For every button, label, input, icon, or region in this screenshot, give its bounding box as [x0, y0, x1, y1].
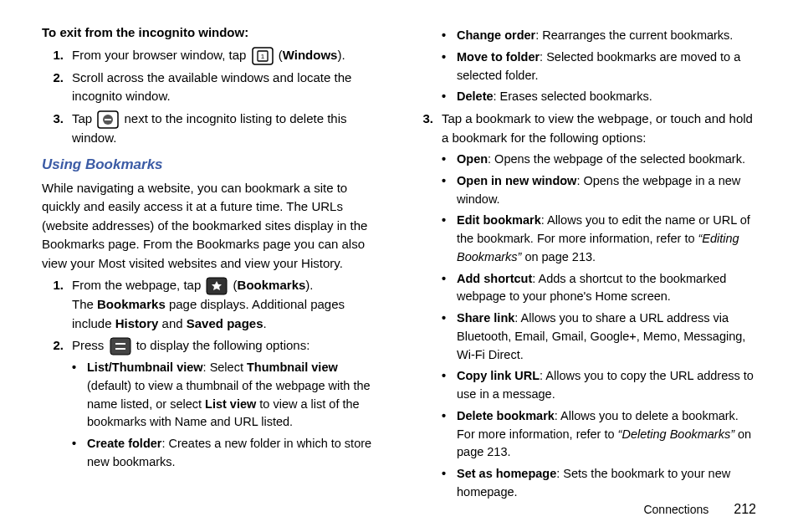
list-item: •Set as homepage: Sets the bookmark to y… [442, 465, 756, 502]
bookmarks-icon [206, 277, 228, 295]
bullet-marker: • [72, 359, 87, 432]
bookmarks-heading: Using Bookmarks [42, 154, 386, 176]
bullet-marker: • [442, 367, 457, 404]
footer-section: Connections [643, 503, 708, 516]
svg-rect-7 [110, 338, 130, 355]
left-column: To exit from the incognito window: 1. Fr… [42, 23, 386, 492]
step-content: From the webpage, tap (Bookmarks). The B… [72, 276, 386, 333]
page-columns: To exit from the incognito window: 1. Fr… [42, 23, 756, 492]
list-item: •Edit bookmark: Allows you to edit the n… [442, 212, 756, 266]
bookmarks-intro: While navigating a website, you can book… [42, 179, 386, 274]
list-item: •Copy link URL: Allows you to copy the U… [442, 367, 756, 404]
list-item: • Change order: Rearranges the current b… [442, 27, 756, 45]
right-column: • Change order: Rearranges the current b… [412, 23, 756, 492]
list-item: •Add shortcut: Adds a shortcut to the bo… [442, 270, 756, 307]
step-number: 3. [42, 110, 72, 148]
list-item: •Share link: Allows you to share a URL a… [442, 309, 756, 364]
step-number: 3. [412, 110, 442, 505]
exit-step-3: 3. Tap next to the incognito listing to … [42, 110, 386, 148]
list-item: •Delete bookmark: Allows you to delete a… [442, 407, 756, 462]
list-item: • Move to folder: Selected bookmarks are… [442, 49, 756, 85]
bookmarks-steps: 1. From the webpage, tap (Bookmarks). Th… [42, 276, 386, 475]
bullet-marker: • [72, 435, 87, 472]
step2-bullets-continued: • Change order: Rearranges the current b… [412, 27, 756, 106]
step-number: 2. [42, 336, 72, 475]
bullet-marker: • [442, 88, 457, 106]
list-item: • List/Thumbnail view: Select Thumbnail … [72, 359, 382, 432]
delete-icon [97, 110, 119, 129]
bookmarks-step-1: 1. From the webpage, tap (Bookmarks). Th… [42, 276, 386, 333]
list-item: • Create folder: Creates a new folder in… [72, 435, 382, 472]
bullet-marker: • [442, 465, 457, 502]
list-item: • Delete: Erases selected bookmarks. [442, 88, 756, 106]
step-3-container: 3. Tap a bookmark to view the webpage, o… [412, 110, 756, 505]
bookmarks-step-2: 2. Press to display the following option… [42, 336, 386, 475]
bullet-marker: • [442, 407, 457, 462]
bullet-marker: • [442, 309, 457, 364]
step-number: 1. [42, 276, 72, 333]
exit-heading: To exit from the incognito window: [42, 23, 386, 43]
list-item: •Open in new window: Opens the webpage i… [442, 172, 756, 209]
exit-steps: 1. From your browser window, tap 1 (Wind… [42, 46, 386, 148]
bullet-marker: • [442, 49, 457, 85]
bullet-marker: • [442, 27, 457, 45]
step-content: From your browser window, tap 1 (Windows… [72, 46, 386, 65]
bullet-marker: • [442, 270, 457, 307]
bookmarks-step-3: 3. Tap a bookmark to view the webpage, o… [412, 110, 756, 505]
menu-icon [110, 337, 131, 356]
step3-bullets: •Open: Opens the webpage of the selected… [442, 151, 756, 502]
step2-bullets: • List/Thumbnail view: Select Thumbnail … [72, 359, 382, 472]
step-content: Press to display the following options: … [72, 336, 386, 475]
exit-step-1: 1. From your browser window, tap 1 (Wind… [42, 46, 386, 65]
step-content: Tap next to the incognito listing to del… [72, 110, 386, 148]
windows-icon: 1 [252, 47, 274, 65]
list-item: •Open: Opens the webpage of the selected… [442, 151, 756, 169]
bullet-marker: • [442, 172, 457, 209]
page-footer: Connections 212 [643, 502, 756, 517]
step-content: Scroll across the available windows and … [72, 69, 386, 106]
bullet-marker: • [442, 212, 457, 266]
step-number: 2. [42, 69, 72, 106]
step-number: 1. [42, 46, 72, 65]
bullet-marker: • [442, 151, 457, 169]
step-content: Tap a bookmark to view the webpage, or t… [442, 110, 756, 505]
svg-text:1: 1 [260, 53, 264, 60]
page-number: 212 [734, 502, 756, 517]
exit-step-2: 2. Scroll across the available windows a… [42, 69, 386, 106]
